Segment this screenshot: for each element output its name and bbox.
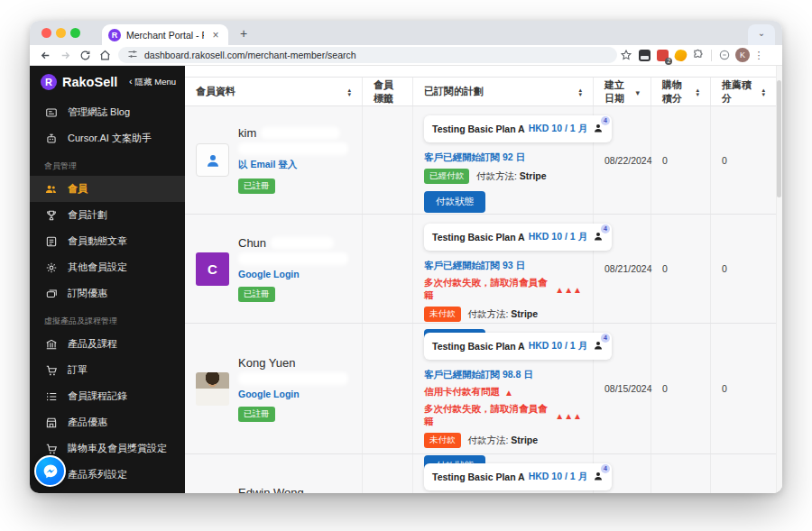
login-method-link[interactable]: Google Login — [238, 269, 351, 279]
extension-circle-icon[interactable] — [715, 46, 734, 64]
payment-status-button[interactable]: 付款狀態 — [424, 191, 485, 213]
sidebar-item-products-courses[interactable]: 產品及課程 — [30, 331, 185, 357]
tab-strip: R Merchant Portal - RakoSell — [30, 21, 782, 45]
url-bar[interactable]: dashboard.rakosell.com/merchant-member/s… — [118, 47, 617, 63]
login-method-link[interactable]: Google Login — [238, 389, 351, 399]
sidebar: R RakoSell 隱藏 Menu 管理網誌 BlogCursor.AI 文案… — [30, 66, 185, 493]
plan-card[interactable]: Testing Basic Plan A HKD 10 / 1 月 4 — [424, 333, 612, 360]
extension-orange-icon[interactable] — [671, 46, 689, 64]
sidebar-item-member-plans[interactable]: 會員計劃 — [30, 202, 185, 228]
plan-card[interactable]: Testing Basic Plan A HKD 10 / 1 月 4 — [424, 115, 612, 142]
bank-icon — [44, 337, 58, 351]
header-created-date[interactable]: 建立日期 — [594, 78, 651, 105]
sidebar-section-label-member-management: 會員管理 — [30, 151, 185, 176]
scrollbar[interactable] — [776, 66, 782, 493]
sidebar-item-member-posts[interactable]: 會員動態文章 — [30, 228, 185, 254]
referral-points-cell: 0 — [711, 106, 776, 214]
table-row: Edwin Wong Testing Basic Plan A HKD 10 /… — [185, 454, 776, 493]
sidebar-item-member-settings[interactable]: 其他會員設定 — [30, 254, 185, 280]
subscriber-count-icon: 4 — [593, 121, 604, 137]
avatar-photo — [196, 372, 229, 406]
plan-card[interactable]: Testing Basic Plan A HKD 10 / 1 月 4 — [424, 463, 612, 490]
login-method-link[interactable]: 以 Email 登入 — [238, 159, 351, 171]
subscription-status: 客戶已經開始訂閱 93 日 — [424, 260, 582, 272]
sort-icon[interactable] — [761, 87, 765, 96]
header-member-info[interactable]: 會員資料 — [185, 78, 363, 105]
member-name: Edwin Wong — [238, 486, 304, 493]
scrollbar-thumb[interactable] — [777, 80, 781, 197]
table-row: C Chun Google Login 已註冊 Testing Basic Pl… — [185, 215, 776, 324]
referral-points-cell: 0 — [711, 324, 776, 453]
header-referral-points[interactable]: 推薦積分 — [711, 78, 776, 105]
warning-text: 多次付款失敗，請取消會員會籍 — [424, 403, 550, 428]
tab-close-icon[interactable] — [209, 29, 222, 41]
browser-toolbar: dashboard.rakosell.com/merchant-member/s… — [30, 45, 782, 66]
store-icon — [44, 416, 58, 429]
warning-icon — [555, 410, 582, 421]
home-button[interactable] — [95, 46, 115, 64]
shopping-points-cell: 0 — [651, 215, 711, 323]
plan-card[interactable]: Testing Basic Plan A HKD 10 / 1 月 4 — [424, 224, 612, 251]
browser-window: R Merchant Portal - RakoSell dashboard.r… — [30, 21, 782, 493]
warning-icon — [504, 387, 513, 398]
sidebar-item-product-offers[interactable]: 產品優惠 — [30, 409, 185, 435]
forward-button[interactable] — [55, 46, 75, 64]
sidebar-item-subscription-offers[interactable]: 訂閱優惠 — [30, 280, 185, 307]
hide-menu-button[interactable]: 隱藏 Menu — [129, 76, 176, 88]
sort-icon[interactable] — [696, 87, 699, 96]
extension-red-icon[interactable]: 2 — [653, 46, 671, 64]
back-button[interactable] — [35, 46, 55, 64]
member-cell: kim 以 Email 登入 已註冊 — [185, 106, 363, 214]
member-cell: Edwin Wong — [185, 454, 363, 493]
header-member-tags[interactable]: 會員標籤 — [363, 78, 413, 105]
sidebar-item-member-course-records[interactable]: 會員課程記錄 — [30, 383, 185, 409]
member-name: kim — [238, 126, 256, 140]
rakosell-logo: R — [41, 74, 57, 90]
sidebar-item-members[interactable]: 會員 — [30, 176, 185, 202]
robot-icon — [44, 132, 58, 145]
warning-icon — [555, 284, 582, 295]
extension-dark-icon[interactable] — [635, 46, 653, 64]
sort-icon[interactable] — [578, 87, 582, 96]
browser-tab[interactable]: R Merchant Portal - RakoSell — [102, 24, 228, 45]
sidebar-item-cursor-ai[interactable]: Cursor.AI 文案助手 — [30, 125, 185, 151]
url-text[interactable]: dashboard.rakosell.com/merchant-member/s… — [144, 50, 356, 60]
sidebar-item-orders[interactable]: 訂單 — [30, 357, 185, 383]
minimize-window-button[interactable] — [56, 28, 66, 38]
messenger-fab[interactable] — [34, 455, 66, 487]
header-subscribed-plans[interactable]: 已訂閱的計劃 — [413, 78, 594, 105]
toolbar-divider — [711, 50, 712, 61]
redacted-text — [271, 237, 334, 249]
sidebar-item-label: 其他會員設定 — [68, 261, 127, 274]
sidebar-item-label: 購物車及會員獎賞設定 — [68, 442, 167, 455]
redacted-email — [238, 372, 348, 385]
sort-icon[interactable] — [347, 87, 351, 96]
registered-badge: 已註冊 — [238, 179, 275, 194]
members-table: 會員資料 會員標籤 已訂閱的計劃 建立日期 購物積分 推薦積分 kim — [185, 77, 776, 493]
tab-favicon: R — [108, 29, 121, 41]
maximize-window-button[interactable] — [70, 28, 80, 38]
tune-icon[interactable] — [127, 47, 138, 63]
shopping-points-cell: 0 — [651, 324, 711, 453]
cart-icon — [44, 363, 58, 377]
subscription-status: 客戶已經開始訂閱 98.8 日 — [424, 369, 582, 381]
redacted-email — [238, 142, 348, 155]
sidebar-item-label: 會員課程記錄 — [68, 389, 127, 403]
sidebar-item-blog[interactable]: 管理網誌 Blog — [30, 99, 185, 125]
redacted-email — [238, 252, 348, 265]
new-tab-button[interactable] — [235, 26, 252, 42]
browser-menu-icon[interactable] — [752, 50, 766, 61]
tab-search-chevron-icon[interactable] — [748, 24, 775, 45]
bookmark-star-icon[interactable] — [617, 46, 635, 64]
member-cell: Kong Yuen Google Login 已註冊 — [185, 324, 363, 453]
reload-button[interactable] — [75, 46, 95, 64]
extensions-puzzle-icon[interactable] — [689, 46, 707, 64]
sidebar-item-label: Cursor.AI 文案助手 — [68, 132, 152, 145]
sidebar-item-label: 管理網誌 Blog — [68, 105, 130, 119]
close-window-button[interactable] — [42, 28, 51, 38]
member-tags-cell — [363, 454, 413, 493]
sort-desc-icon[interactable] — [632, 87, 640, 97]
sidebar-item-label: 產品及課程 — [68, 337, 117, 351]
header-shopping-points[interactable]: 購物積分 — [651, 78, 711, 105]
profile-avatar[interactable]: K — [734, 46, 752, 64]
